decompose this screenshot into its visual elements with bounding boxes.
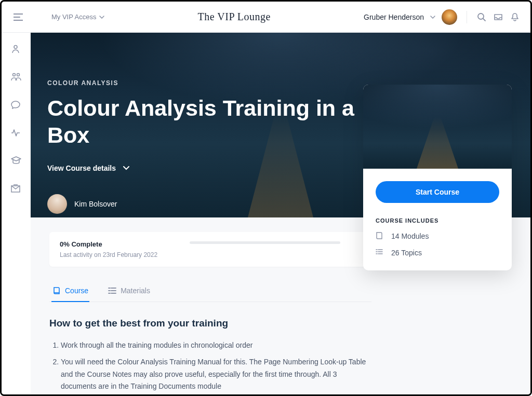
modules-count: 14 Modules [391, 232, 429, 240]
rail-courses[interactable] [11, 156, 21, 167]
search-button[interactable] [476, 12, 487, 22]
main-area: COLOUR ANALYSIS Colour Analysis Training… [31, 33, 530, 394]
rail-activity[interactable] [11, 128, 21, 139]
includes-topics: 26 Topics [376, 249, 499, 257]
vip-access-dropdown[interactable]: My VIP Access [51, 13, 104, 21]
menu-toggle[interactable] [9, 13, 28, 21]
progress-meta: Last activity on 23rd February 2022 [60, 251, 361, 258]
svg-point-1 [14, 46, 17, 49]
tab-course[interactable]: Course [51, 280, 89, 302]
graduation-icon [11, 156, 21, 165]
view-details-label: View Course details [47, 164, 116, 172]
instructor-avatar [47, 194, 67, 214]
content-tabs: Course Materials [49, 280, 371, 302]
top-header: My VIP Access The VIP Lounge Gruber Hend… [2, 2, 530, 33]
tab-materials-label: Materials [121, 286, 150, 295]
rail-chat[interactable] [11, 100, 21, 111]
list-item: Work through all the training modules in… [61, 339, 371, 352]
thumbnail-pier [385, 117, 489, 169]
includes-modules: 14 Modules [376, 232, 499, 240]
progress-card: 0% Complete Last activity on 23rd Februa… [49, 232, 371, 267]
chat-icon [11, 100, 20, 110]
tab-course-label: Course [65, 286, 88, 295]
course-title: Colour Analysis Training in a Box [47, 95, 359, 148]
list-item: You will need the Colour Analysis Traini… [61, 356, 371, 393]
list-icon [376, 249, 384, 257]
username-label: Gruber Henderson [364, 13, 424, 21]
site-title: The VIP Lounge [104, 11, 364, 23]
inbox-icon [494, 12, 503, 22]
search-icon [477, 12, 486, 22]
divider [467, 11, 467, 23]
topics-count: 26 Topics [391, 249, 422, 257]
rail-community[interactable] [11, 72, 21, 83]
progress-bar [190, 241, 340, 244]
hamburger-icon [14, 13, 23, 21]
tab-materials[interactable]: Materials [107, 280, 151, 302]
steps-list: Work through all the training modules in… [49, 339, 371, 394]
user-icon [11, 44, 20, 53]
includes-heading: COURSE INCLUDES [376, 217, 499, 224]
content-heading: How to get the best from your training [49, 318, 371, 329]
nav-dropdown-label: My VIP Access [51, 13, 96, 21]
mail-icon [11, 184, 20, 193]
svg-point-2 [13, 74, 16, 76]
rail-messages[interactable] [11, 184, 21, 195]
book-icon [52, 286, 61, 295]
bell-icon [510, 12, 520, 22]
chevron-down-icon [123, 166, 129, 170]
svg-point-3 [17, 74, 20, 76]
notifications-button[interactable] [510, 12, 520, 22]
left-rail [2, 33, 31, 394]
course-side-card: Start Course COURSE INCLUDES 14 Modules … [363, 85, 512, 270]
instructor-name: Kim Bolsover [74, 200, 117, 208]
book-icon [376, 232, 384, 240]
list-icon [108, 287, 116, 294]
chevron-down-icon [99, 16, 104, 19]
rail-profile[interactable] [11, 44, 21, 54]
course-thumbnail [363, 85, 512, 169]
inbox-button[interactable] [493, 12, 503, 22]
avatar[interactable] [442, 9, 457, 25]
user-area: Gruber Henderson [364, 9, 520, 25]
activity-icon [11, 128, 20, 138]
svg-point-0 [478, 13, 484, 19]
group-icon [11, 72, 21, 81]
chevron-down-icon[interactable] [430, 16, 435, 19]
start-course-button[interactable]: Start Course [376, 181, 499, 203]
